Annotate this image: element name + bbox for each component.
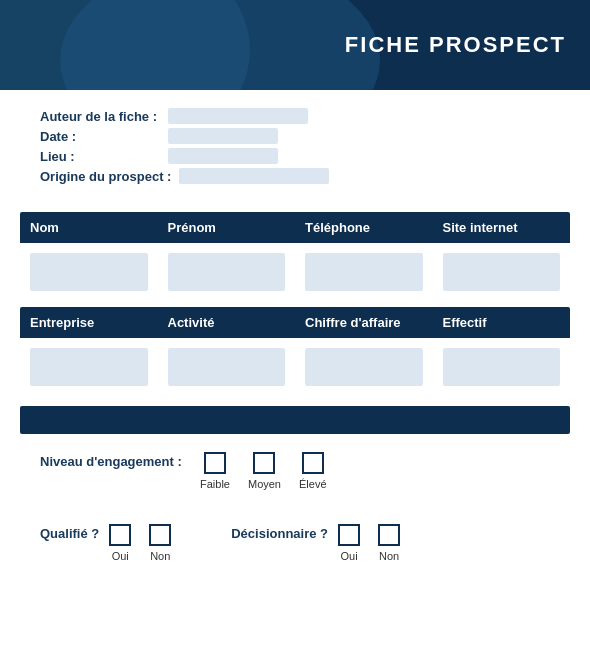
decisionnaire-checkboxes: Oui Non	[338, 524, 400, 562]
header-decoration-2	[60, 0, 380, 90]
table1-header: Nom Prénom Téléphone Site internet	[20, 212, 570, 243]
lieu-row: Lieu :	[40, 148, 560, 164]
decisionnaire-oui-label: Oui	[340, 550, 357, 562]
engagement-checkboxes: Faible Moyen Élevé	[200, 452, 327, 490]
date-label: Date :	[40, 129, 160, 144]
divider-bar	[20, 406, 570, 434]
qualifie-oui-label: Oui	[112, 550, 129, 562]
engagement-moyen-item: Moyen	[248, 452, 281, 490]
engagement-label: Niveau d'engagement :	[40, 452, 190, 469]
engagement-eleve-checkbox[interactable]	[302, 452, 324, 474]
table2-header: Entreprise Activité Chiffre d'affaire Ef…	[20, 307, 570, 338]
telephone-input[interactable]	[305, 253, 423, 291]
entreprise-input[interactable]	[30, 348, 148, 386]
table2-section: Entreprise Activité Chiffre d'affaire Ef…	[0, 307, 590, 396]
decisionnaire-non-checkbox[interactable]	[378, 524, 400, 546]
effectif-input[interactable]	[443, 348, 561, 386]
engagement-eleve-label: Élevé	[299, 478, 327, 490]
table1-section: Nom Prénom Téléphone Site internet	[0, 212, 590, 301]
col-prenom: Prénom	[158, 212, 296, 243]
date-field[interactable]	[168, 128, 278, 144]
qualifie-oui-checkbox[interactable]	[109, 524, 131, 546]
chiffre-input[interactable]	[305, 348, 423, 386]
entreprise-cell	[20, 348, 158, 386]
col-entreprise: Entreprise	[20, 307, 158, 338]
decisionnaire-label: Décisionnaire ?	[231, 524, 328, 541]
engagement-section: Niveau d'engagement : Faible Moyen Élevé	[0, 434, 590, 508]
table1-data-row	[20, 243, 570, 301]
qualifie-label: Qualifié ?	[40, 524, 99, 541]
col-effectif: Effectif	[433, 307, 571, 338]
engagement-moyen-checkbox[interactable]	[253, 452, 275, 474]
qualifie-oui-item: Oui	[109, 524, 131, 562]
decisionnaire-non-label: Non	[379, 550, 399, 562]
prenom-cell	[158, 253, 296, 291]
table2-data-row	[20, 338, 570, 396]
prenom-input[interactable]	[168, 253, 286, 291]
col-telephone: Téléphone	[295, 212, 433, 243]
nom-cell	[20, 253, 158, 291]
qualifie-non-checkbox[interactable]	[149, 524, 171, 546]
col-nom: Nom	[20, 212, 158, 243]
page-title: FICHE PROSPECT	[345, 32, 566, 58]
engagement-faible-label: Faible	[200, 478, 230, 490]
qualifie-group: Qualifié ? Oui Non	[40, 524, 171, 562]
origine-row: Origine du prospect :	[40, 168, 560, 184]
qualifie-checkboxes: Oui Non	[109, 524, 171, 562]
engagement-faible-item: Faible	[200, 452, 230, 490]
col-site: Site internet	[433, 212, 571, 243]
auteur-row: Auteur de la fiche :	[40, 108, 560, 124]
col-chiffre: Chiffre d'affaire	[295, 307, 433, 338]
chiffre-cell	[295, 348, 433, 386]
page-header: FICHE PROSPECT	[0, 0, 590, 90]
meta-section: Auteur de la fiche : Date : Lieu : Origi…	[0, 90, 590, 198]
decisionnaire-group: Décisionnaire ? Oui Non	[231, 524, 400, 562]
origine-field[interactable]	[179, 168, 329, 184]
telephone-cell	[295, 253, 433, 291]
engagement-faible-checkbox[interactable]	[204, 452, 226, 474]
lieu-field[interactable]	[168, 148, 278, 164]
lieu-label: Lieu :	[40, 149, 160, 164]
date-row: Date :	[40, 128, 560, 144]
auteur-field[interactable]	[168, 108, 308, 124]
qualifie-section: Qualifié ? Oui Non Décisionnaire ? Oui N…	[0, 508, 590, 572]
engagement-eleve-item: Élevé	[299, 452, 327, 490]
decisionnaire-oui-item: Oui	[338, 524, 360, 562]
auteur-label: Auteur de la fiche :	[40, 109, 160, 124]
col-activite: Activité	[158, 307, 296, 338]
site-input[interactable]	[443, 253, 561, 291]
qualifie-non-label: Non	[150, 550, 170, 562]
decisionnaire-non-item: Non	[378, 524, 400, 562]
activite-cell	[158, 348, 296, 386]
engagement-row: Niveau d'engagement : Faible Moyen Élevé	[40, 452, 560, 490]
site-cell	[433, 253, 571, 291]
activite-input[interactable]	[168, 348, 286, 386]
nom-input[interactable]	[30, 253, 148, 291]
effectif-cell	[433, 348, 571, 386]
decisionnaire-oui-checkbox[interactable]	[338, 524, 360, 546]
origine-label: Origine du prospect :	[40, 169, 171, 184]
engagement-moyen-label: Moyen	[248, 478, 281, 490]
qualifie-non-item: Non	[149, 524, 171, 562]
